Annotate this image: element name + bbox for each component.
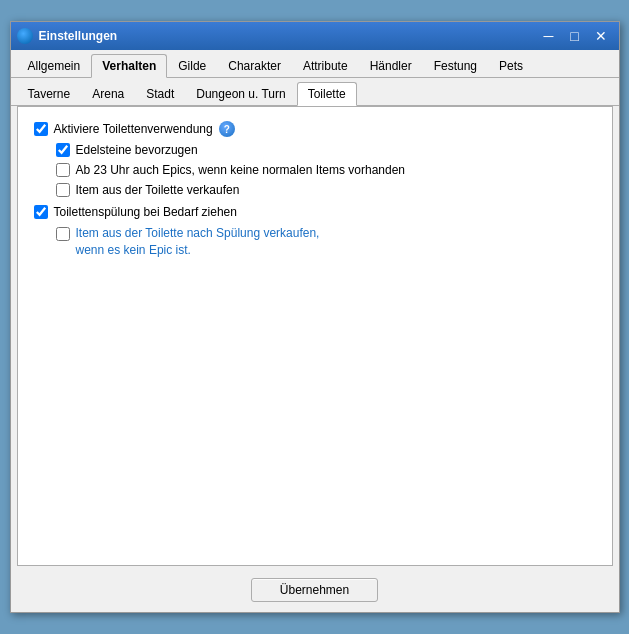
label-ab23[interactable]: Ab 23 Uhr auch Epics, wenn keine normale… [76, 163, 406, 177]
subtab-stadt[interactable]: Stadt [135, 82, 185, 105]
tab-handler[interactable]: Händler [359, 54, 423, 77]
tab-verhalten[interactable]: Verhalten [91, 54, 167, 78]
label-edelsteine[interactable]: Edelsteine bevorzugen [76, 143, 198, 157]
checkbox-nach-spulung[interactable] [56, 227, 70, 241]
close-button[interactable]: ✕ [589, 27, 613, 45]
tab-festung[interactable]: Festung [423, 54, 488, 77]
maximize-button[interactable]: □ [563, 27, 587, 45]
window-icon [17, 28, 33, 44]
footer: Übernehmen [11, 572, 619, 612]
subtab-toilette[interactable]: Toilette [297, 82, 357, 106]
checkbox-edelsteine[interactable] [56, 143, 70, 157]
checkbox-aktiviere[interactable] [34, 122, 48, 136]
row-ab23: Ab 23 Uhr auch Epics, wenn keine normale… [56, 163, 596, 177]
subtab-arena[interactable]: Arena [81, 82, 135, 105]
tab-attribute[interactable]: Attribute [292, 54, 359, 77]
help-icon[interactable]: ? [219, 121, 235, 137]
apply-button[interactable]: Übernehmen [251, 578, 378, 602]
label-spulung[interactable]: Toilettenspülung bei Bedarf ziehen [54, 205, 237, 219]
tab-gilde[interactable]: Gilde [167, 54, 217, 77]
label-line2: wenn es kein Epic ist. [76, 243, 191, 257]
label-nach-spulung: Item aus der Toilette nach Spülung verka… [76, 225, 320, 259]
main-window: Einstellungen ─ □ ✕ Allgemein Verhalten … [10, 21, 620, 613]
label-aktiviere[interactable]: Aktiviere Toilettenverwendung [54, 122, 213, 136]
main-tabs: Allgemein Verhalten Gilde Charakter Attr… [11, 50, 619, 78]
subtab-dungeon[interactable]: Dungeon u. Turn [185, 82, 296, 105]
sub-tabs: Taverne Arena Stadt Dungeon u. Turn Toil… [11, 78, 619, 106]
checkbox-ab23[interactable] [56, 163, 70, 177]
checkbox-spulung[interactable] [34, 205, 48, 219]
window-controls: ─ □ ✕ [537, 27, 613, 45]
label-item-verkaufen[interactable]: Item aus der Toilette verkaufen [76, 183, 240, 197]
label-line1: Item aus der Toilette nach Spülung verka… [76, 226, 320, 240]
row-nach-spulung: Item aus der Toilette nach Spülung verka… [56, 225, 596, 259]
tab-pets[interactable]: Pets [488, 54, 534, 77]
title-bar: Einstellungen ─ □ ✕ [11, 22, 619, 50]
tab-allgemein[interactable]: Allgemein [17, 54, 92, 77]
content-area: Aktiviere Toilettenverwendung ? Edelstei… [17, 106, 613, 566]
checkbox-item-verkaufen[interactable] [56, 183, 70, 197]
row-edelsteine: Edelsteine bevorzugen [56, 143, 596, 157]
tab-charakter[interactable]: Charakter [217, 54, 292, 77]
subtab-taverne[interactable]: Taverne [17, 82, 82, 105]
row-item-verkaufen: Item aus der Toilette verkaufen [56, 183, 596, 197]
window-title: Einstellungen [39, 29, 531, 43]
row-spulung: Toilettenspülung bei Bedarf ziehen [34, 205, 596, 219]
minimize-button[interactable]: ─ [537, 27, 561, 45]
row-aktiviere: Aktiviere Toilettenverwendung ? [34, 121, 596, 137]
